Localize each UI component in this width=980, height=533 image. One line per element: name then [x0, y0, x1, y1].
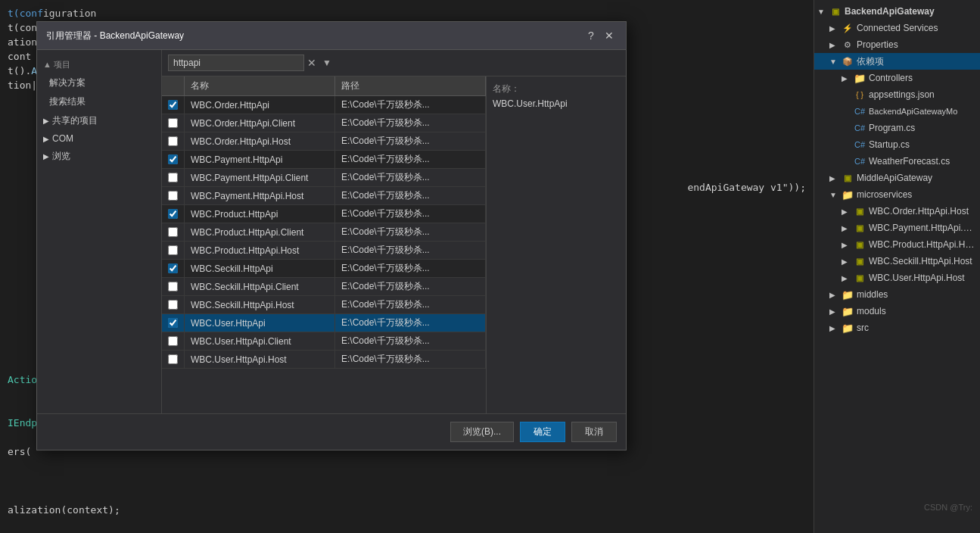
browse-button[interactable]: 浏览(B)... — [450, 422, 514, 442]
sidebar-item-moduls[interactable]: ▶ 📁 moduls — [814, 303, 980, 319]
cancel-button[interactable]: 取消 — [571, 422, 617, 442]
sidebar-item-program[interactable]: C# Program.cs — [814, 120, 980, 136]
row-checkbox[interactable] — [168, 245, 178, 255]
table-row[interactable]: WBC.User.HttpApi E:\Code\千万级秒杀... — [162, 314, 486, 332]
nav-group-com[interactable]: ▶ COM — [37, 130, 161, 147]
table-row[interactable]: WBC.Payment.HttpApi.Host E:\Code\千万级秒杀..… — [162, 187, 486, 205]
sidebar-item-user-host[interactable]: ▶ ▣ WBC.User.HttpApi.Host — [814, 270, 980, 286]
tree-item-label: BackendApiGatewayMo — [869, 107, 957, 116]
row-checkbox[interactable] — [168, 191, 178, 201]
row-checkbox[interactable] — [168, 336, 178, 346]
tree-item-label: src — [857, 323, 869, 333]
project-icon: ▣ — [854, 238, 866, 251]
row-check[interactable] — [162, 114, 185, 132]
sidebar-item-dependencies[interactable]: ▼ 📦 依赖项 — [814, 53, 980, 70]
table-row[interactable]: WBC.Product.HttpApi.Client E:\Code\千万级秒杀… — [162, 223, 486, 242]
sidebar-item-connected-services[interactable]: ▶ ⚡ Connected Services — [814, 20, 980, 36]
row-checkbox[interactable] — [168, 154, 178, 164]
sidebar-item-product-host[interactable]: ▶ ▣ WBC.Product.HttpApi.Host — [814, 236, 980, 253]
row-name: WBC.User.HttpApi.Client — [185, 332, 335, 350]
row-checkbox[interactable] — [168, 354, 178, 364]
row-check[interactable] — [162, 296, 185, 313]
row-name: WBC.User.HttpApi — [185, 314, 335, 332]
row-check[interactable] — [162, 223, 185, 241]
row-check[interactable] — [162, 242, 185, 259]
sidebar-item-gateway-module[interactable]: C# BackendApiGatewayMo — [814, 103, 980, 120]
close-button[interactable]: ✕ — [602, 28, 617, 43]
row-name: WBC.Product.HttpApi.Client — [185, 223, 335, 241]
json-icon: { } — [854, 89, 866, 101]
nav-group-browse[interactable]: ▶ 浏览 — [37, 147, 161, 166]
table-row[interactable]: WBC.Order.HttpApi.Host E:\Code\千万级秒杀... — [162, 132, 486, 151]
tree-arrow: ▼ — [829, 58, 842, 66]
table-row[interactable]: WBC.Product.HttpApi E:\Code\千万级秒杀... — [162, 205, 486, 223]
row-checkbox[interactable] — [168, 100, 178, 110]
sidebar-item-controllers[interactable]: ▶ 📁 Controllers — [814, 70, 980, 86]
row-checkbox[interactable] — [168, 209, 178, 219]
sidebar-item-startup[interactable]: C# Startup.cs — [814, 136, 980, 153]
properties-icon: ⚙ — [842, 39, 854, 51]
tree-arrow: ▶ — [829, 307, 842, 316]
row-checkbox[interactable] — [168, 263, 178, 273]
sidebar-item-appsettings[interactable]: { } appsettings.json — [814, 86, 980, 103]
tree-arrow — [842, 124, 854, 132]
table-row[interactable]: WBC.Seckill.HttpApi.Host E:\Code\千万级秒杀..… — [162, 296, 486, 314]
row-name: WBC.Payment.HttpApi — [185, 151, 335, 168]
sidebar-item-microservices[interactable]: ▼ 📁 microservices — [814, 186, 980, 203]
dialog-nav: ▲ 项目 解决方案 搜索结果 ▶ 共享的项目 ▶ COM ▶ 浏览 — [37, 50, 162, 413]
row-check[interactable] — [162, 187, 185, 204]
table-row[interactable]: WBC.Product.HttpApi.Host E:\Code\千万级秒杀..… — [162, 242, 486, 260]
row-checkbox[interactable] — [168, 318, 178, 328]
nav-item-search-results[interactable]: 搜索结果 — [37, 92, 161, 111]
row-check[interactable] — [162, 260, 185, 277]
row-checkbox[interactable] — [168, 173, 178, 182]
ok-button[interactable]: 确定 — [520, 422, 565, 442]
row-check[interactable] — [162, 205, 185, 223]
table-row[interactable]: WBC.Payment.HttpApi E:\Code\千万级秒杀... — [162, 151, 486, 169]
search-clear-button[interactable]: ✕ — [304, 55, 319, 70]
sidebar-item-properties[interactable]: ▶ ⚙ Properties — [814, 36, 980, 53]
table-row[interactable]: WBC.Order.HttpApi E:\Code\千万级秒杀... — [162, 96, 486, 114]
help-button[interactable]: ? — [583, 28, 599, 43]
row-check[interactable] — [162, 96, 185, 114]
tree-item-label: BackendApiGateway — [845, 6, 935, 17]
row-checkbox[interactable] — [168, 227, 178, 237]
table-row[interactable]: WBC.Seckill.HttpApi E:\Code\千万级秒杀... — [162, 260, 486, 278]
nav-item-solution[interactable]: 解决方案 — [37, 73, 161, 92]
row-checkbox[interactable] — [168, 118, 178, 128]
row-check[interactable] — [162, 132, 185, 150]
table-row[interactable]: WBC.User.HttpApi.Client E:\Code\千万级秒杀... — [162, 332, 486, 351]
row-path: E:\Code\千万级秒杀... — [335, 260, 486, 277]
row-check[interactable] — [162, 169, 185, 186]
table-row[interactable]: WBC.Payment.HttpApi.Client E:\Code\千万级秒杀… — [162, 169, 486, 187]
table-row[interactable]: WBC.Order.HttpApi.Client E:\Code\千万级秒杀..… — [162, 114, 486, 132]
row-checkbox[interactable] — [168, 282, 178, 291]
sidebar-item-src[interactable]: ▶ 📁 src — [814, 319, 980, 336]
row-path: E:\Code\千万级秒杀... — [335, 223, 486, 241]
nav-group-shared[interactable]: ▶ 共享的项目 — [37, 111, 161, 130]
row-checkbox[interactable] — [168, 136, 178, 146]
table-row[interactable]: WBC.Seckill.HttpApi.Client E:\Code\千万级秒杀… — [162, 278, 486, 296]
sidebar-item-order-host[interactable]: ▶ ▣ WBC.Order.HttpApi.Host — [814, 203, 980, 220]
folder-icon: 📁 — [842, 189, 854, 201]
search-expand-button[interactable]: ▼ — [319, 56, 334, 70]
table-row[interactable]: WBC.User.HttpApi.Host E:\Code\千万级秒杀... — [162, 351, 486, 369]
row-check[interactable] — [162, 314, 185, 332]
sidebar-item-seckill-host[interactable]: ▶ ▣ WBC.Seckill.HttpApi.Host — [814, 253, 980, 270]
sidebar-item-middles[interactable]: ▶ 📁 middles — [814, 286, 980, 303]
row-check[interactable] — [162, 278, 185, 295]
row-path: E:\Code\千万级秒杀... — [335, 332, 486, 350]
sidebar-item-middle-gateway[interactable]: ▶ ▣ MiddleApiGateway — [814, 170, 980, 186]
row-checkbox[interactable] — [168, 300, 178, 310]
row-check[interactable] — [162, 351, 185, 368]
tree-item-label: Properties — [857, 39, 898, 50]
sidebar-item-payment-host[interactable]: ▶ ▣ WBC.Payment.HttpApi.Hos — [814, 220, 980, 236]
search-input[interactable] — [168, 55, 304, 71]
row-check[interactable] — [162, 332, 185, 350]
sidebar-item-weatherforecast[interactable]: C# WeatherForecast.cs — [814, 153, 980, 170]
tree-root-item[interactable]: ▼ ▣ BackendApiGateway — [814, 3, 980, 20]
tree-item-label: 依赖项 — [857, 55, 884, 68]
row-check[interactable] — [162, 151, 185, 168]
project-icon: ▣ — [829, 5, 842, 17]
tree-arrow: ▶ — [842, 74, 854, 83]
